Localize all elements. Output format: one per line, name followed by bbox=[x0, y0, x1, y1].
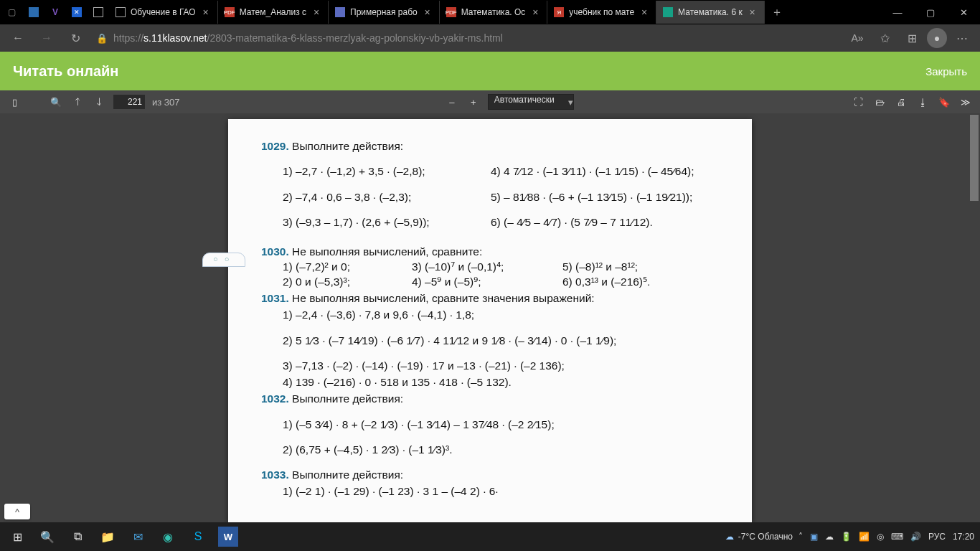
scrollbar[interactable] bbox=[969, 113, 980, 522]
site-title: Читать онлайн bbox=[13, 63, 118, 80]
text-line: 1) (–2 1) · (–1 29) · (–1 23) · 3 1 – (–… bbox=[283, 483, 727, 499]
close-icon[interactable]: × bbox=[639, 6, 650, 18]
page-down-icon[interactable]: 🡓 bbox=[92, 95, 106, 109]
read-aloud-icon[interactable]: A» bbox=[845, 26, 870, 50]
text-line: 4) 4 7⁄12 · (–1 3⁄11) · (–1 1⁄15) · (– 4… bbox=[491, 163, 727, 179]
lock-icon: 🔒 bbox=[96, 33, 108, 44]
favorite-icon[interactable]: ✩ bbox=[872, 26, 897, 50]
maximize-button[interactable]: ▢ bbox=[914, 0, 947, 24]
word-icon[interactable]: W bbox=[218, 527, 238, 547]
text-line: 6) (– 4⁄5 – 4⁄7) · (5 7⁄9 – 7 11⁄12). bbox=[491, 214, 727, 230]
close-icon[interactable]: × bbox=[200, 6, 212, 18]
close-icon[interactable]: × bbox=[529, 6, 541, 18]
download-icon[interactable]: ⭳ bbox=[915, 95, 930, 109]
tray-chevron-icon[interactable]: ˄ bbox=[798, 532, 803, 542]
refresh-button[interactable]: ↻ bbox=[63, 26, 88, 50]
pdf-page: 1029. Выполните действия: 1) –2,7 · (–1,… bbox=[228, 119, 752, 522]
tab-0[interactable]: Обучение в ГАО× bbox=[109, 1, 218, 24]
page-input[interactable] bbox=[113, 95, 145, 109]
tray-app-icon[interactable]: ▣ bbox=[810, 532, 818, 542]
close-icon[interactable]: × bbox=[422, 6, 433, 18]
page-total: из 307 bbox=[152, 97, 180, 108]
open-icon[interactable]: 🗁 bbox=[872, 95, 887, 109]
tab-3[interactable]: PDFМатематика. Ос× bbox=[440, 1, 548, 24]
weather-widget[interactable]: ☁ -7°C Облачно bbox=[725, 532, 793, 542]
more-icon[interactable]: ⋯ bbox=[950, 26, 974, 50]
minimize-button[interactable]: ― bbox=[881, 0, 914, 24]
wifi-icon[interactable]: 📶 bbox=[859, 532, 870, 542]
text-line: 2) 5 1⁄3 · (–7 14⁄19) · (–6 1⁄7) · 4 11⁄… bbox=[283, 332, 727, 349]
text-line: 4) 139 · (–216) · 0 · 518 и 135 · 418 · … bbox=[283, 374, 727, 390]
close-button[interactable]: ✕ bbox=[947, 0, 980, 24]
profile-avatar[interactable]: ● bbox=[927, 28, 947, 48]
weather-text: -7°C Облачно bbox=[738, 532, 793, 542]
app-icon-4[interactable] bbox=[88, 0, 109, 24]
bookmark-icon[interactable]: 🔖 bbox=[937, 95, 951, 109]
back-button[interactable]: ← bbox=[6, 26, 30, 50]
task-number: 1031. bbox=[261, 292, 289, 304]
tab-2[interactable]: Примерная рабо× bbox=[329, 1, 440, 24]
keyboard-icon[interactable]: ⌨ bbox=[891, 532, 903, 542]
tools-icon[interactable]: ≫ bbox=[958, 95, 973, 109]
mail-icon[interactable]: ✉ bbox=[123, 522, 152, 551]
pdf-toolbar: ▯ 🔍 🡑 🡓 из 307 – + Автоматически▾ ⛶ 🗁 🖨 … bbox=[0, 90, 980, 113]
scroll-thumb[interactable] bbox=[970, 115, 979, 201]
close-icon[interactable]: × bbox=[747, 6, 758, 18]
explorer-icon[interactable]: 📁 bbox=[93, 522, 122, 551]
language-indicator[interactable]: РУС bbox=[928, 532, 946, 542]
new-tab-button[interactable]: ＋ bbox=[765, 5, 789, 20]
app-icon-2[interactable]: V bbox=[44, 0, 66, 24]
skype-icon[interactable]: S bbox=[184, 522, 212, 551]
tab-label: Математика. Ос bbox=[461, 7, 526, 17]
task-number: 1030. bbox=[261, 245, 289, 258]
tab-label: учебник по мате bbox=[569, 7, 634, 17]
collections-icon[interactable]: ⊞ bbox=[900, 26, 924, 50]
system-tray: ˄ ▣ ☁ 🔋 📶 ◎ ⌨ 🔊 РУС 17:20 bbox=[793, 532, 980, 542]
text-line: 1) –2,4 · (–3,6) · 7,8 и 9,6 · (–4,1) · … bbox=[283, 306, 727, 323]
task-title: Не выполняя вычислений, сравните: bbox=[292, 245, 482, 258]
battery-icon[interactable]: 🔋 bbox=[841, 532, 852, 542]
close-icon[interactable]: × bbox=[311, 6, 322, 18]
downloads-button[interactable]: ^ bbox=[4, 504, 30, 519]
edge-icon[interactable]: ◉ bbox=[154, 522, 182, 551]
pdf-viewer: 1029. Выполните действия: 1) –2,7 · (–1,… bbox=[0, 113, 980, 522]
tab-5[interactable]: Математика. 6 к× bbox=[656, 1, 765, 24]
url-text: https://s.11klasov.net/2803-matematika-6… bbox=[113, 32, 503, 44]
zoom-out-icon[interactable]: – bbox=[445, 95, 459, 109]
start-button[interactable]: ⊞ bbox=[3, 522, 32, 551]
zoom-in-icon[interactable]: + bbox=[466, 95, 481, 109]
site-close-button[interactable]: Закрыть bbox=[925, 65, 967, 77]
print-icon[interactable]: 🖨 bbox=[894, 95, 908, 109]
task-number: 1032. bbox=[261, 392, 289, 405]
weather-icon: ☁ bbox=[725, 532, 734, 542]
tab-label: Примерная рабо bbox=[350, 7, 418, 17]
presentation-icon[interactable]: ⛶ bbox=[851, 95, 865, 109]
text-line: 6) 0,3¹³ и (–216)⁵. bbox=[562, 275, 650, 290]
page-up-icon[interactable]: 🡑 bbox=[70, 95, 85, 109]
tab-1[interactable]: PDFМатем_Анализ с× bbox=[218, 1, 329, 24]
text-line: 3) –7,13 · (–2) · (–14) · (–19) · 17 и –… bbox=[283, 357, 727, 374]
zoom-select[interactable]: Автоматически bbox=[488, 94, 574, 110]
app-icon-1[interactable] bbox=[23, 0, 44, 24]
titlebar: ▢ V ✕ Обучение в ГАО× PDFМатем_Анализ с×… bbox=[0, 0, 980, 24]
volume-icon[interactable]: 🔊 bbox=[910, 532, 921, 542]
clock[interactable]: 17:20 bbox=[953, 532, 974, 542]
text-line: 3) (–10)⁷ и (–0,1)⁴; bbox=[412, 260, 562, 275]
forward-button[interactable]: → bbox=[34, 26, 59, 50]
location-icon[interactable]: ◎ bbox=[877, 532, 884, 542]
app-icon-3[interactable]: ✕ bbox=[66, 0, 88, 24]
text-line: 5) – 81⁄88 · (–6 + (–1 13⁄15) · (–1 19⁄2… bbox=[491, 189, 727, 205]
text-line: 5) (–8)¹² и –8¹²; bbox=[562, 260, 650, 275]
address-bar: ← → ↻ 🔒 https://s.11klasov.net/2803-mate… bbox=[0, 24, 980, 52]
search-icon[interactable]: 🔍 bbox=[49, 95, 63, 109]
text-line: 1) (–7,2)² и 0; bbox=[283, 260, 412, 275]
url-box[interactable]: 🔒 https://s.11klasov.net/2803-matematika… bbox=[92, 27, 841, 49]
tab-4[interactable]: Яучебник по мате× bbox=[547, 1, 656, 24]
panel-toggle-icon[interactable]: ▢ bbox=[0, 0, 23, 24]
task-view-button[interactable]: ⧉ bbox=[63, 522, 92, 551]
onedrive-icon[interactable]: ☁ bbox=[825, 532, 834, 542]
sidebar-toggle-icon[interactable]: ▯ bbox=[7, 95, 22, 109]
search-button[interactable]: 🔍 bbox=[33, 522, 62, 551]
task-number: 1029. bbox=[261, 140, 289, 152]
tab-label: Математика. 6 к bbox=[678, 7, 743, 17]
